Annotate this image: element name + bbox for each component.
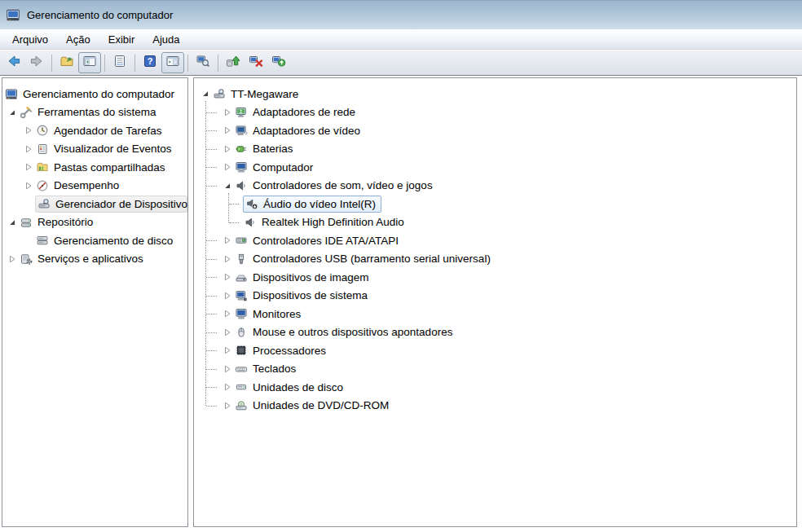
toolbar-separator (104, 55, 105, 72)
collapsed-triangle-icon[interactable] (6, 253, 19, 266)
tree-item-ide-controllers[interactable]: Controladores IDE ATA/ATAPI (194, 231, 796, 250)
tree-item-disk-management[interactable]: Gerenciamento de disco (2, 231, 187, 250)
collapsed-triangle-icon[interactable] (221, 143, 234, 156)
tree-item-display-adapters[interactable]: Adaptadores de vídeo (194, 121, 796, 140)
folder-up-arrow-icon (59, 53, 75, 73)
toolbar-separator (51, 55, 52, 72)
tree-item-shared-folders[interactable]: Pastas compartilhadas (2, 158, 187, 177)
collapsed-triangle-icon[interactable] (22, 179, 35, 192)
shared-folders-icon (35, 160, 50, 174)
tree-item-system-devices[interactable]: Dispositivos de sistema (194, 287, 796, 306)
scan-for-changes-button[interactable] (267, 52, 290, 73)
tree-item-imaging-devices[interactable]: Dispositivos de imagem (194, 268, 796, 287)
menu-acao[interactable]: Ação (57, 31, 99, 48)
tree-item-realtek-audio[interactable]: Realtek High Definition Audio (194, 213, 796, 232)
collapsed-triangle-icon[interactable] (221, 399, 234, 412)
toolbar: ? (0, 51, 802, 76)
tree-item-mice[interactable]: Mouse e outros dispositivos apontadores (194, 323, 796, 342)
tree-item-device-manager[interactable]: Gerenciador de Dispositivos (2, 195, 187, 213)
services-applications-icon (19, 252, 33, 266)
action-pane-window-icon (165, 53, 181, 73)
tree-item-network-adapters[interactable]: Adaptadores de rede (194, 103, 796, 122)
collapsed-triangle-icon[interactable] (221, 253, 234, 266)
computer-magnifier-icon (195, 53, 211, 73)
title-bar: Gerenciamento do computador (0, 0, 802, 29)
keyboard-icon (234, 362, 249, 376)
computer-icon (212, 87, 227, 101)
collapsed-triangle-icon[interactable] (221, 106, 234, 119)
collapsed-triangle-icon[interactable] (221, 380, 234, 394)
computer-management-icon (4, 87, 19, 101)
collapsed-triangle-icon[interactable] (221, 289, 234, 302)
collapsed-triangle-icon[interactable] (221, 124, 234, 137)
collapsed-triangle-icon[interactable] (22, 124, 35, 137)
expanded-triangle-icon[interactable] (6, 106, 19, 119)
computer-icon (234, 160, 249, 174)
computer-management-window: Gerenciamento do computador Arquivo Ação… (0, 0, 802, 532)
computer-management-icon (6, 7, 21, 22)
device-red-x-icon (248, 53, 264, 73)
selected-item-highlight: Áudio do vídeo Intel(R) (243, 196, 381, 213)
collapsed-triangle-icon[interactable] (221, 307, 234, 320)
ide-controller-icon (234, 234, 249, 248)
disk-management-icon (35, 234, 50, 248)
expanded-triangle-icon[interactable] (199, 87, 212, 100)
help-button[interactable]: ? (139, 52, 161, 73)
tree-item-services-applications[interactable]: Serviços e aplicativos (2, 250, 187, 269)
tree-item-task-scheduler[interactable]: Agendador de Tarefas (2, 121, 187, 140)
collapsed-triangle-icon[interactable] (22, 143, 35, 156)
tree-item-processors[interactable]: Processadores (194, 341, 796, 360)
monitor-icon (234, 307, 249, 321)
back-button[interactable] (2, 52, 25, 73)
tree-item-sound-controllers[interactable]: Controladores de som, vídeo e jogos (194, 177, 796, 196)
mouse-icon (234, 325, 249, 339)
collapsed-triangle-icon[interactable] (22, 160, 35, 174)
speaker-disabled-icon (245, 197, 259, 211)
expanded-triangle-icon[interactable] (6, 216, 19, 229)
forward-arrow-icon (29, 53, 45, 73)
collapsed-triangle-icon[interactable] (221, 234, 234, 247)
expanded-triangle-icon[interactable] (221, 179, 234, 192)
menu-arquivo[interactable]: Arquivo (3, 31, 57, 48)
tree-item-event-viewer[interactable]: Visualizador de Eventos (2, 140, 187, 159)
collapsed-triangle-icon[interactable] (221, 344, 234, 357)
collapsed-triangle-icon[interactable] (221, 160, 234, 174)
tree-item-keyboards[interactable]: Teclados (194, 360, 796, 379)
device-tree: TT-Megaware Adaptadores de rede Adaptado… (194, 78, 796, 415)
device-tree-panel: TT-Megaware Adaptadores de rede Adaptado… (193, 77, 797, 527)
console-tree-window-icon (82, 53, 98, 73)
tree-item-computer[interactable]: Computador (194, 158, 796, 177)
tree-item-monitors[interactable]: Monitores (194, 305, 796, 323)
tree-item-performance[interactable]: Desempenho (2, 177, 187, 196)
console-tree-toggle-button[interactable] (78, 52, 101, 73)
action-pane-toggle-button[interactable] (161, 52, 184, 73)
uninstall-device-button[interactable] (245, 52, 267, 73)
menu-ajuda[interactable]: Ajuda (143, 31, 188, 48)
tree-item-usb-controllers[interactable]: Controladores USB (barramento serial uni… (194, 250, 796, 269)
tree-item-computer-management[interactable]: Gerenciamento do computador (2, 85, 187, 103)
help-question-icon: ? (142, 53, 158, 73)
forward-button[interactable] (25, 52, 48, 73)
tree-item-system-tools[interactable]: Ferramentas do sistema (2, 103, 187, 122)
tree-item-disk-drives[interactable]: Unidades de disco (194, 378, 796, 397)
collapsed-triangle-icon[interactable] (221, 326, 234, 339)
properties-button[interactable] (108, 52, 131, 73)
scan-hardware-button[interactable] (192, 52, 214, 73)
storage-icon (19, 215, 33, 229)
tree-item-computer-root[interactable]: TT-Megaware (194, 85, 796, 103)
performance-gauge-icon (35, 178, 50, 192)
dvd-drive-icon (234, 398, 249, 412)
collapsed-triangle-icon[interactable] (221, 270, 234, 284)
usb-controller-icon (234, 252, 249, 266)
collapsed-triangle-icon[interactable] (221, 363, 234, 376)
tree-item-dvd-drives[interactable]: Unidades de DVD/CD-ROM (194, 397, 796, 415)
tree-item-batteries[interactable]: Baterias (194, 140, 796, 159)
display-adapter-icon (234, 124, 249, 138)
tree-item-intel-audio[interactable]: Áudio do vídeo Intel(R) (194, 195, 796, 213)
console-tree-panel: Gerenciamento do computador Ferramentas … (2, 77, 188, 527)
tree-item-storage[interactable]: Repositório (2, 213, 187, 232)
update-driver-button[interactable] (222, 52, 245, 73)
up-one-level-button[interactable] (55, 52, 78, 73)
toolbar-separator (134, 55, 135, 72)
menu-exibir[interactable]: Exibir (99, 31, 144, 48)
